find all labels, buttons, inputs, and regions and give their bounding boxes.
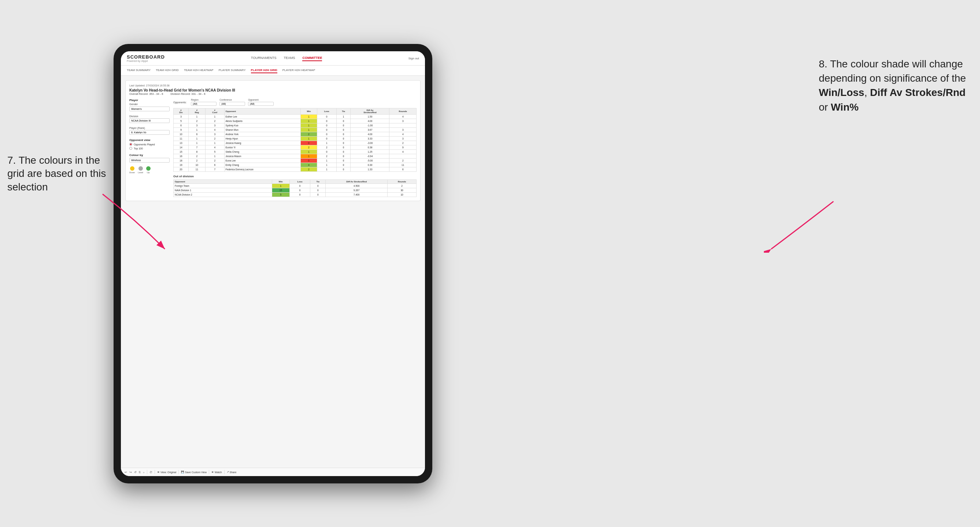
undo2-icon[interactable]: ↺ xyxy=(134,471,137,474)
ood-cell-loss: 0 xyxy=(290,184,310,188)
cell-opponent: Stella Cheng xyxy=(224,150,301,154)
legend-up: Up xyxy=(146,166,151,174)
cell-reg: 1 xyxy=(188,128,205,132)
overall-record: Overall Record: 353 - 34 - 6 xyxy=(129,92,163,95)
annotation-right: 8. The colour shade will change dependin… xyxy=(819,57,973,114)
th-diff: Diff AvStrokes/Rnd xyxy=(351,108,390,114)
nav-tournaments[interactable]: TOURNAMENTS xyxy=(251,55,276,61)
radio-opponents-played[interactable]: Opponents Played xyxy=(129,143,170,146)
radio-group: Opponents Played Top 100 xyxy=(129,143,170,150)
legend-up-dot xyxy=(146,166,151,171)
cell-tie: 0 xyxy=(336,137,351,141)
table-row: 9 1 4 Sharon Mun 1 0 0 3.67 3 xyxy=(173,128,417,132)
ood-th-win: Win xyxy=(272,180,290,184)
filter-conference-select[interactable]: (All) xyxy=(220,102,245,106)
cell-rounds: 4 xyxy=(390,150,417,154)
cell-div: 15 xyxy=(173,150,189,154)
filter-opponent: Opponent (All) xyxy=(248,98,274,106)
cell-win: 0 xyxy=(301,159,317,163)
share-btn[interactable]: ↗ Share xyxy=(227,471,237,473)
clock-icon[interactable]: ⏱ xyxy=(150,471,153,474)
cell-conf: 1 xyxy=(205,154,224,159)
table-row: 6 3 3 Sydney Kuo 1 0 0 -1.00 xyxy=(173,124,417,128)
report-header-row: Last Updated: 27/03/2024 16:55:38 xyxy=(129,84,417,87)
filters-row: Opponents: Region (All) Conference ( xyxy=(173,98,417,106)
redo-icon[interactable]: ↪ xyxy=(129,471,132,474)
cell-diff: 1.50 xyxy=(351,114,390,119)
th-div: #Div xyxy=(173,108,189,114)
sub-nav-team-summary[interactable]: TEAM SUMMARY xyxy=(127,68,151,73)
filter-opponent-label: Opponent xyxy=(248,98,274,101)
cell-div: 14 xyxy=(173,145,189,150)
legend-level-dot xyxy=(138,166,143,171)
tablet-frame: SCOREBOARD Powered by clippd TOURNAMENTS… xyxy=(114,44,432,483)
player-rank-select[interactable]: 8. Katelyn Vo xyxy=(129,130,170,135)
ood-cell-tie: 0 xyxy=(310,184,326,188)
ood-cell-rounds: 2 xyxy=(388,184,417,188)
cell-reg: 6 xyxy=(188,132,205,137)
cell-opponent: Heeju Hyun xyxy=(224,137,301,141)
cell-rounds: 2 xyxy=(390,141,417,145)
copy-icon[interactable]: ⎘ xyxy=(139,471,141,474)
watch-btn[interactable]: 👁 Watch xyxy=(212,471,222,473)
filter-opponent-select[interactable]: (All) xyxy=(248,102,274,106)
cell-opponent: Sydney Kuo xyxy=(224,124,301,128)
cell-reg: 10 xyxy=(188,163,205,167)
th-opponent: Opponent xyxy=(224,108,301,114)
radio-top100[interactable]: Top 100 xyxy=(129,147,170,150)
cell-conf: 5 xyxy=(205,150,224,154)
save-custom-btn[interactable]: 💾 Save Custom View xyxy=(181,471,207,473)
colour-by-select[interactable]: Win/loss xyxy=(129,158,170,163)
cell-opponent: Jessica Huang xyxy=(224,141,301,145)
ood-table-row: NCAA Division 2 5 0 0 7.400 10 xyxy=(173,193,417,197)
cell-diff: 3.67 xyxy=(351,128,390,132)
sub-nav-team-h2h-heatmap[interactable]: TEAM H2H HEATMAP xyxy=(184,68,213,73)
sub-nav-team-h2h-grid[interactable]: TEAM H2H GRID xyxy=(156,68,179,73)
ood-cell-tie: 0 xyxy=(310,193,326,197)
nav-teams[interactable]: TEAMS xyxy=(283,55,295,61)
cell-diff: -1.00 xyxy=(351,124,390,128)
report-title: Katelyn Vo Head-to-Head Grid for Women's… xyxy=(129,88,417,92)
table-row: 10 6 3 Andrea York 2 0 0 4.00 4 xyxy=(173,132,417,137)
view-original-icon: 👁 xyxy=(157,471,160,473)
cell-rounds xyxy=(390,154,417,159)
cell-opponent: Sharon Mun xyxy=(224,128,301,132)
gender-select[interactable]: Women's xyxy=(129,106,170,111)
filter-region-select[interactable]: (All) xyxy=(191,102,216,106)
cell-loss: 1 xyxy=(317,141,336,145)
ood-cell-win: 1 xyxy=(272,184,290,188)
undo-icon[interactable]: ↩ xyxy=(124,471,127,474)
legend-down-dot xyxy=(130,166,134,171)
table-row: 16 2 1 Jessica Mason 1 2 0 -0.94 xyxy=(173,154,417,159)
division-select[interactable]: NCAA Division III xyxy=(129,118,170,123)
cell-div: 6 xyxy=(173,124,189,128)
cell-loss: 1 xyxy=(317,167,336,172)
sub-nav-player-summary[interactable]: PLAYER SUMMARY xyxy=(219,68,246,73)
legend-level-label: Level xyxy=(138,171,143,174)
th-loss: Loss xyxy=(317,108,336,114)
sub-nav-player-h2h-heatmap[interactable]: PLAYER H2H HEATMAP xyxy=(282,68,315,73)
view-original-btn[interactable]: 👁 View: Original xyxy=(157,471,176,473)
cell-win: 4 xyxy=(301,163,317,167)
opponent-view-label: Opponent view xyxy=(129,138,170,142)
sign-out-link[interactable]: Sign out xyxy=(409,57,419,60)
cell-tie: 0 xyxy=(336,124,351,128)
logo-sub: Powered by clippd xyxy=(127,60,165,62)
nav-committee[interactable]: COMMITTEE xyxy=(302,55,322,61)
cell-rounds: 3 xyxy=(390,137,417,141)
cell-reg: 2 xyxy=(188,154,205,159)
sub-nav-player-h2h-grid[interactable]: PLAYER H2H GRID xyxy=(251,68,277,73)
opponent-view-section: Opponent view Opponents Played Top 100 xyxy=(129,138,170,150)
table-row: 14 7 4 Eunice Yi 2 2 0 0.38 9 xyxy=(173,145,417,150)
cell-diff: -0.94 xyxy=(351,154,390,159)
cell-loss: 0 xyxy=(317,137,336,141)
ood-cell-loss: 0 xyxy=(290,188,310,193)
left-panel: Player Gender Women's Division NCAA Divi… xyxy=(129,98,170,197)
ood-cell-diff: 7.400 xyxy=(326,193,388,197)
paste-icon[interactable]: ⬦ xyxy=(143,471,145,474)
cell-reg: 1 xyxy=(188,137,205,141)
legend: Down Level Up xyxy=(129,166,170,174)
ood-th-diff: Diff Av Strokes/Rnd xyxy=(326,180,388,184)
radio-opponents-dot xyxy=(129,143,132,146)
cell-tie: 0 xyxy=(336,163,351,167)
